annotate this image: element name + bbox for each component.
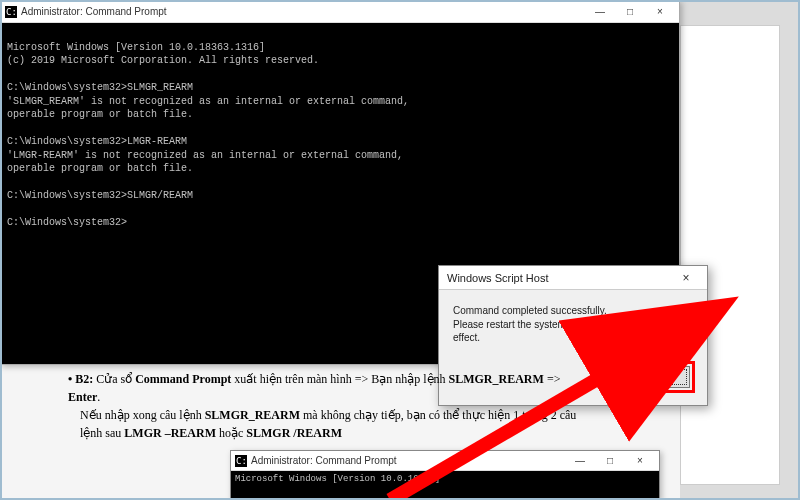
close-button[interactable]: × xyxy=(625,451,655,471)
cmd2-titlebar[interactable]: C: Administrator: Command Prompt — □ × xyxy=(231,451,659,471)
minimize-button[interactable]: — xyxy=(585,2,615,22)
cmd-icon: C: xyxy=(235,455,247,467)
cmd-icon: C: xyxy=(5,6,17,18)
svg-text:C:: C: xyxy=(236,456,247,466)
cmd2-terminal-body[interactable]: Microsoft Windows [Version 10.0.10586] xyxy=(231,471,659,499)
dialog-body: Command completed successfully. Please r… xyxy=(439,290,707,353)
command-prompt-window-secondary: C: Administrator: Command Prompt — □ × M… xyxy=(230,450,660,500)
maximize-button[interactable]: □ xyxy=(595,451,625,471)
close-button[interactable]: × xyxy=(645,2,675,22)
dialog-titlebar[interactable]: Windows Script Host × xyxy=(439,266,707,290)
cmd-title-text: Administrator: Command Prompt xyxy=(21,6,167,17)
document-text: B2: Cửa sổ Command Prompt xuất hiện trên… xyxy=(60,370,730,442)
cmd-titlebar[interactable]: C: Administrator: Command Prompt — □ × xyxy=(1,1,679,23)
maximize-button[interactable]: □ xyxy=(615,2,645,22)
svg-text:C:: C: xyxy=(6,7,17,17)
doc-line-1: B2: Cửa sổ Command Prompt xuất hiện trên… xyxy=(68,370,730,406)
dialog-message-line2: Please restart the system for the change… xyxy=(453,318,693,345)
minimize-button[interactable]: — xyxy=(565,451,595,471)
dialog-close-button[interactable]: × xyxy=(673,269,699,287)
cmd2-title-text: Administrator: Command Prompt xyxy=(251,455,397,466)
dialog-title-text: Windows Script Host xyxy=(447,272,548,284)
dialog-message-line1: Command completed successfully. xyxy=(453,304,693,318)
